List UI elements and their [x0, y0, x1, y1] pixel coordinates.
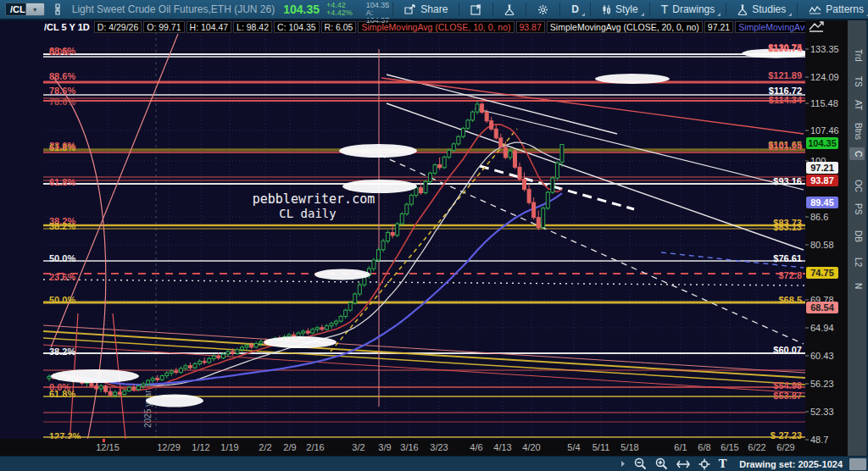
candle-body: [457, 136, 460, 144]
symbol-timeframe-label[interactable]: /CL 5 Y 1D: [44, 22, 90, 32]
axis-tick-label: 115.48: [810, 98, 838, 108]
axis-tick-label: 64.94: [810, 323, 834, 333]
ellipse-annotation: [51, 369, 139, 383]
patterns-button[interactable]: Patterns: [801, 0, 868, 19]
timeframe-button[interactable]: D: [564, 0, 587, 19]
cursor-date-tick: [103, 439, 105, 442]
candle-body: [504, 147, 507, 158]
sma20-value: 97.21: [704, 21, 733, 33]
events-button[interactable]: [463, 0, 489, 19]
candle-body: [433, 165, 437, 174]
candle-body: [344, 310, 348, 316]
fib-label: 38.2%: [49, 346, 75, 357]
price-target-label: $101.24: [768, 141, 803, 152]
gadget-tab-n[interactable]: N: [849, 280, 865, 292]
candle-body: [250, 346, 253, 347]
candle-body: [348, 302, 352, 310]
date-label: 3/9: [378, 442, 391, 452]
date-label: 4/13: [493, 442, 511, 452]
price-target-label: $114.34: [769, 95, 803, 105]
gadget-tab-oc[interactable]: OC: [849, 176, 865, 196]
candle-body: [405, 204, 409, 213]
axis-tick-label: 60.43: [810, 351, 834, 361]
ohlc-chip: L: 98.42: [233, 21, 272, 33]
ellipse-annotation: [595, 74, 670, 84]
candle-body: [231, 352, 234, 353]
candle-body: [560, 145, 564, 163]
candle-body: [537, 218, 540, 228]
candle-body: [212, 356, 215, 358]
candle-body: [104, 386, 108, 392]
price-bubble-value: 97.21: [810, 163, 834, 173]
zoom-out-button[interactable]: [634, 457, 647, 470]
date-label: 3/2: [352, 442, 364, 452]
fib-label: 23.6%: [49, 272, 75, 282]
gadget-tab-l2[interactable]: L2: [849, 254, 865, 270]
ohlc-chip: D: 4/29/26: [94, 21, 142, 33]
gadget-tab-trd[interactable]: Trd: [849, 46, 865, 65]
fib-label: 50.0%: [49, 253, 75, 263]
candle-body: [442, 157, 446, 167]
share-button[interactable]: Share: [397, 0, 455, 19]
date-label: 6/8: [698, 442, 710, 452]
candle-body: [471, 112, 475, 120]
date-label: 6/15: [721, 442, 738, 452]
candle-body: [147, 380, 150, 384]
price-change: +4.42+4.42%: [326, 2, 353, 17]
candle-body: [108, 391, 112, 395]
candle-body: [302, 331, 305, 333]
gadget-tab-btns[interactable]: Btns: [849, 119, 865, 143]
candle-body: [461, 128, 465, 136]
symbol-input[interactable]: /CL ▼: [5, 3, 45, 16]
ohlc-chip: R: 6.05: [321, 21, 357, 33]
candle-body: [189, 366, 192, 368]
gadget-tab-ps[interactable]: PS: [849, 200, 865, 218]
analyze-button[interactable]: [497, 0, 522, 19]
style-button[interactable]: Style: [594, 0, 646, 19]
candle-body: [499, 138, 503, 147]
text-drawing-button[interactable]: T: [719, 457, 727, 470]
price-bubble-value: 74.75: [810, 268, 834, 278]
candle-body: [198, 361, 202, 363]
toolbar-divider: [0, 19, 868, 20]
candle-body: [546, 192, 549, 208]
price-target-label: $76.61: [773, 253, 802, 263]
candle-body: [419, 188, 422, 193]
date-label: 1/12: [192, 442, 209, 452]
zoom-in-button[interactable]: [655, 457, 668, 470]
date-label: 6/22: [748, 442, 765, 452]
gear-icon: [537, 4, 548, 15]
expand-arrow-icon[interactable]: [620, 460, 626, 468]
date-label: 1/19: [220, 442, 238, 452]
symbol-dropdown-caret[interactable]: ▼: [25, 3, 44, 15]
price-chart[interactable]: 2025 yearpebblewriter.comCL daily0.0%88.…: [0, 0, 868, 471]
price-bubble-value: 89.45: [810, 197, 834, 208]
pan-horizontal-button[interactable]: [676, 460, 690, 468]
resize-handle[interactable]: [849, 458, 866, 470]
drawings-button[interactable]: T Drawings: [654, 0, 723, 19]
date-label: 2/9: [283, 442, 296, 452]
date-label: 3/23: [430, 442, 448, 452]
calendar-flag-icon: [470, 4, 481, 15]
price-bubble-value: 68.54: [810, 302, 834, 313]
price-target-label: $130.74: [768, 43, 803, 53]
flask-icon: [504, 4, 515, 15]
gadget-tab-db[interactable]: DB: [849, 227, 865, 246]
date-label: 4/6: [470, 442, 482, 452]
date-label: 2/16: [306, 442, 324, 452]
candle-body: [485, 113, 488, 121]
candle-body: [424, 181, 427, 192]
gadget-tab-at[interactable]: AT: [849, 97, 865, 114]
sma50-label[interactable]: SimpleMovingAvg (CLOSE, 50, 0,...: [735, 21, 805, 33]
crosshair-button[interactable]: [698, 458, 710, 470]
gadget-tab-c[interactable]: C: [849, 147, 865, 160]
link-icon[interactable]: [53, 3, 62, 15]
gadget-tab-ts[interactable]: TS: [849, 73, 865, 91]
right-tab-strip: TrdTSATBtnsCOCPSDBL2N: [848, 20, 866, 456]
date-label: 6/1: [674, 442, 687, 452]
studies-button[interactable]: Studies: [730, 0, 793, 19]
sma10-value: 93.87: [516, 21, 545, 33]
sma20-label[interactable]: SimpleMovingAvg (CLOSE, 20, 0, no): [547, 21, 703, 33]
settings-button[interactable]: [530, 0, 556, 19]
drawing-set-label[interactable]: Drawing set: 2025-1024: [739, 459, 843, 469]
